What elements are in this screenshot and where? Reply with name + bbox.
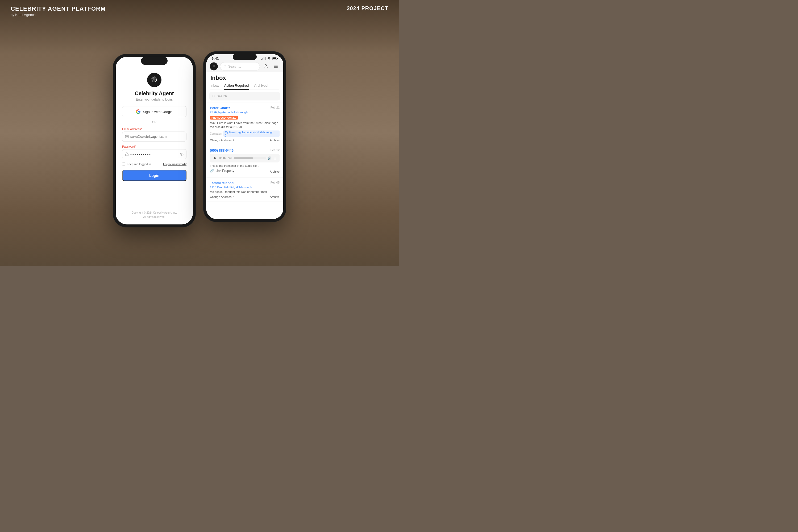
date-tammi: Feb 05 <box>270 180 280 184</box>
message-actions-phone: 🔗 Link Property Archive <box>210 169 280 174</box>
tab-action-required[interactable]: Action Required <box>224 83 249 90</box>
header: CELEBRITY AGENT PLATFORM by Kami Agence … <box>0 0 399 22</box>
message-actions-tammi: Change Address Archive <box>210 195 280 198</box>
campaign-label: Campaign <box>210 132 222 135</box>
archive-btn-peter[interactable]: Archive <box>270 138 280 141</box>
archive-btn-phone[interactable]: Archive <box>270 170 280 173</box>
svg-point-30 <box>224 65 226 67</box>
inbox-tabs: Inbox Action Required Archived <box>210 83 279 90</box>
app-subtitle: by Kami Agence <box>11 13 106 17</box>
svg-point-14 <box>181 154 182 155</box>
svg-rect-17 <box>264 57 264 60</box>
forgot-password-link[interactable]: Forgot password? <box>163 163 187 166</box>
svg-marker-36 <box>214 157 216 159</box>
or-divider: OR <box>122 120 187 124</box>
status-time: 9:41 <box>211 56 219 61</box>
audio-player[interactable]: 0:00 / 0:30 🔊 ⋮ <box>210 154 280 162</box>
login-subtitle: Enter your details to login. <box>136 98 173 101</box>
audio-progress-fill <box>233 158 253 158</box>
svg-point-2 <box>153 78 156 81</box>
login-button[interactable]: Login <box>122 170 187 181</box>
remember-checkbox[interactable] <box>122 163 125 166</box>
remember-label: Keep me logged in <box>127 163 151 166</box>
inbox-header: Inbox Inbox Action Required Archived <box>206 72 283 90</box>
battery-icon <box>272 57 278 60</box>
message-item-tammi: Tammi Michael Feb 05 1115 Bromfield Rd, … <box>206 177 283 202</box>
link-property-row: 🔗 Link Property <box>210 169 234 172</box>
audio-progress-bar[interactable] <box>233 158 266 158</box>
sender-phone[interactable]: (650) 888-5446 <box>210 148 233 152</box>
google-sign-in-button[interactable]: Sign in with Google <box>122 106 187 117</box>
password-value: •••••••••• <box>130 152 178 156</box>
audio-time: 0:00 / 0:30 <box>220 157 232 159</box>
play-icon <box>213 156 217 160</box>
campaign-tag-peter[interactable]: My Farm: regular cadence - Hillsborough … <box>224 130 280 137</box>
message-actions-peter: Change Address Archive <box>210 138 280 141</box>
preview-peter: Max. Here is what I have from the "Area … <box>210 121 280 129</box>
tab-archived[interactable]: Archived <box>254 83 268 90</box>
menu-icon-btn[interactable] <box>272 63 280 70</box>
login-title: Celebrity Agent <box>135 91 174 97</box>
archive-btn-tammi[interactable]: Archive <box>270 195 280 198</box>
sender-peter[interactable]: Peter Chartz <box>210 106 230 110</box>
sender-tammi[interactable]: Tammi Michael <box>210 180 234 185</box>
campaign-row-peter: Campaign My Farm: regular cadence - Hill… <box>210 130 280 137</box>
google-icon <box>136 109 141 114</box>
password-group: Password* •••••••••• <box>122 145 187 159</box>
svg-point-35 <box>212 95 215 97</box>
message-header-phone: (650) 888-5446 Feb 12 <box>210 148 280 152</box>
password-input[interactable]: •••••••••• <box>122 149 187 159</box>
app-title: CELEBRITY AGENT PLATFORM <box>11 5 106 12</box>
inbox-search-placeholder: Search... <box>217 94 230 98</box>
svg-rect-20 <box>273 57 277 59</box>
phone-login: Celebrity Agent Enter your details to lo… <box>113 54 195 227</box>
nav-logo-icon <box>211 64 216 69</box>
profile-icon-btn[interactable] <box>262 63 269 70</box>
address-peter: 25 Highgate Ln, Hillsborough <box>210 111 280 114</box>
email-value: suke@celebrityagent.com <box>130 135 184 138</box>
remember-me: Keep me logged in <box>122 163 151 166</box>
change-address-btn-tammi[interactable]: Change Address <box>210 195 235 198</box>
message-item-peter: Peter Chartz Feb 21 25 Highgate Ln, Hill… <box>206 103 283 145</box>
inbox-search-icon <box>212 95 215 98</box>
svg-rect-16 <box>263 58 263 60</box>
volume-icon[interactable]: 🔊 <box>268 156 271 160</box>
password-label: Password* <box>122 145 187 148</box>
svg-rect-21 <box>277 58 278 59</box>
inbox-search-bar[interactable]: Search... <box>209 92 280 100</box>
app-logo <box>147 73 162 87</box>
svg-rect-12 <box>125 135 129 138</box>
link-icon: 🔗 <box>210 169 214 172</box>
nav-icons <box>262 63 280 70</box>
preview-tammi: Me again. I thought this was ur number m… <box>210 190 280 194</box>
link-property-btn[interactable]: Link Property <box>215 169 234 172</box>
chevron-right-icon <box>232 138 235 141</box>
copyright: Copyright © 2024 Celebrity Agent, Inc. A… <box>132 208 177 219</box>
message-header-tammi: Tammi Michael Feb 05 <box>210 180 280 185</box>
email-input[interactable]: suke@celebrityagent.com <box>122 132 187 142</box>
profile-icon <box>263 64 268 69</box>
header-left: CELEBRITY AGENT PLATFORM by Kami Agence <box>11 5 106 17</box>
email-label: Email Address* <box>122 128 187 131</box>
google-btn-label: Sign in with Google <box>143 110 173 114</box>
nav-logo[interactable] <box>210 62 218 71</box>
svg-point-31 <box>265 65 267 66</box>
search-bar[interactable]: Search... <box>220 62 260 71</box>
change-address-btn-peter[interactable]: Change Address <box>210 138 235 141</box>
messages-list: Peter Chartz Feb 21 25 Highgate Ln, Hill… <box>206 103 283 219</box>
wifi-icon <box>267 57 271 60</box>
menu-icon <box>273 64 278 69</box>
tab-inbox[interactable]: Inbox <box>210 83 219 90</box>
date-phone: Feb 12 <box>270 148 280 151</box>
address-tammi: 1115 Bromfield Rd, Hillsborough <box>210 185 280 189</box>
phones-container: Celebrity Agent Enter your details to lo… <box>113 46 286 227</box>
search-icon <box>224 65 227 68</box>
date-peter: Feb 21 <box>270 106 280 109</box>
status-icons <box>262 57 278 60</box>
inbox-search-container: Search... <box>206 90 283 103</box>
form-options: Keep me logged in Forgot password? <box>122 163 187 166</box>
audio-more-btn[interactable]: ⋮ <box>273 156 277 160</box>
year-label: 2024 PROJECT <box>347 5 388 12</box>
eye-icon[interactable] <box>180 152 184 156</box>
play-button[interactable] <box>212 155 218 161</box>
